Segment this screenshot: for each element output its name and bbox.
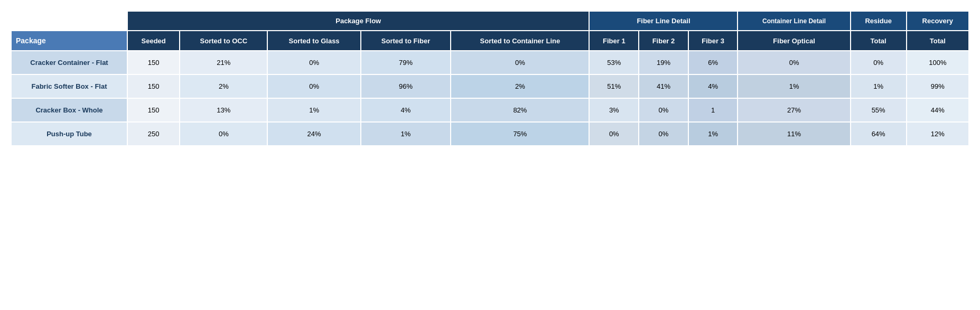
empty-header — [11, 11, 127, 31]
package-cell: Push-up Tube — [11, 122, 127, 146]
package-cell: Cracker Box - Whole — [11, 98, 127, 122]
sorted-fiber-cell: 4% — [361, 98, 451, 122]
data-table: Package Flow Fiber Line Detail Container… — [11, 11, 969, 146]
recovery-cell: 12% — [907, 122, 969, 146]
optical-cell: 0% — [738, 51, 850, 74]
fiber-line-header: Fiber Line Detail — [589, 11, 738, 31]
residue-cell: 64% — [851, 122, 907, 146]
recovery-cell: 100% — [907, 51, 969, 74]
residue-cell: 55% — [851, 98, 907, 122]
residue-cell: 1% — [851, 74, 907, 98]
sorted-glass-cell: 0% — [267, 51, 360, 74]
sorted-glass-cell: 24% — [267, 122, 360, 146]
container-line-header: Container Line Detail — [738, 11, 850, 31]
table-wrapper: Package Flow Fiber Line Detail Container… — [11, 11, 969, 146]
col-fiber-header: Sorted to Fiber — [361, 31, 451, 51]
package-flow-header: Package Flow — [127, 11, 589, 31]
col-occ-header: Sorted to OCC — [180, 31, 267, 51]
sorted-container-cell: 75% — [451, 122, 589, 146]
seeded-cell: 150 — [127, 51, 180, 74]
table-row: Cracker Container - Flat15021%0%79%0%53%… — [11, 51, 969, 74]
fiber2-cell: 41% — [639, 74, 688, 98]
table-row: Fabric Softer Box - Flat1502%0%96%2%51%4… — [11, 74, 969, 98]
package-cell: Cracker Container - Flat — [11, 51, 127, 74]
sorted-glass-cell: 0% — [267, 74, 360, 98]
sub-header-row: Package Seeded Sorted to OCC Sorted to G… — [11, 31, 969, 51]
residue-cell: 0% — [851, 51, 907, 74]
fiber3-cell: 1% — [688, 122, 738, 146]
seeded-cell: 150 — [127, 98, 180, 122]
recovery-header: Recovery — [907, 11, 969, 31]
sorted-container-cell: 82% — [451, 98, 589, 122]
sorted-fiber-cell: 79% — [361, 51, 451, 74]
col-seeded-header: Seeded — [127, 31, 180, 51]
residue-header: Residue — [851, 11, 907, 31]
sorted-container-cell: 2% — [451, 74, 589, 98]
sorted-occ-cell: 21% — [180, 51, 267, 74]
group-header-row: Package Flow Fiber Line Detail Container… — [11, 11, 969, 31]
optical-cell: 1% — [738, 74, 850, 98]
col-residue-total-header: Total — [851, 31, 907, 51]
fiber3-cell: 4% — [688, 74, 738, 98]
optical-cell: 11% — [738, 122, 850, 146]
fiber1-cell: 53% — [589, 51, 639, 74]
col-package-header: Package — [11, 31, 127, 51]
seeded-cell: 250 — [127, 122, 180, 146]
sorted-occ-cell: 13% — [180, 98, 267, 122]
table-body: Cracker Container - Flat15021%0%79%0%53%… — [11, 51, 969, 146]
col-fiber3-header: Fiber 3 — [688, 31, 738, 51]
sorted-fiber-cell: 1% — [361, 122, 451, 146]
col-container-header: Sorted to Container Line — [451, 31, 589, 51]
seeded-cell: 150 — [127, 74, 180, 98]
fiber1-cell: 0% — [589, 122, 639, 146]
sorted-glass-cell: 1% — [267, 98, 360, 122]
fiber2-cell: 19% — [639, 51, 688, 74]
package-cell: Fabric Softer Box - Flat — [11, 74, 127, 98]
recovery-cell: 44% — [907, 98, 969, 122]
sorted-occ-cell: 2% — [180, 74, 267, 98]
fiber1-cell: 51% — [589, 74, 639, 98]
sorted-occ-cell: 0% — [180, 122, 267, 146]
table-row: Push-up Tube2500%24%1%75%0%0%1%11%64%12% — [11, 122, 969, 146]
fiber2-cell: 0% — [639, 98, 688, 122]
sorted-container-cell: 0% — [451, 51, 589, 74]
col-recovery-total-header: Total — [907, 31, 969, 51]
optical-cell: 27% — [738, 98, 850, 122]
sorted-fiber-cell: 96% — [361, 74, 451, 98]
recovery-cell: 99% — [907, 74, 969, 98]
fiber1-cell: 3% — [589, 98, 639, 122]
fiber3-cell: 1 — [688, 98, 738, 122]
fiber2-cell: 0% — [639, 122, 688, 146]
col-glass-header: Sorted to Glass — [267, 31, 360, 51]
table-row: Cracker Box - Whole15013%1%4%82%3%0%127%… — [11, 98, 969, 122]
col-fiber2-header: Fiber 2 — [639, 31, 688, 51]
fiber3-cell: 6% — [688, 51, 738, 74]
col-optical-header: Fiber Optical — [738, 31, 850, 51]
col-fiber1-header: Fiber 1 — [589, 31, 639, 51]
